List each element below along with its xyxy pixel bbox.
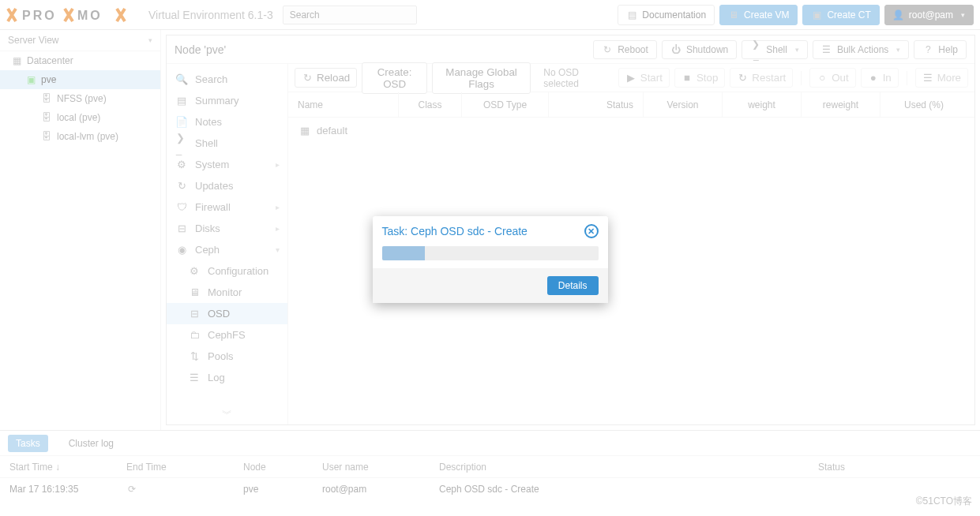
task-dialog: Task: Ceph OSD sdc - Create ✕ Details [373,216,608,303]
dialog-title: Task: Ceph OSD sdc - Create [382,225,528,237]
modal-overlay: Task: Ceph OSD sdc - Create ✕ Details [0,0,980,516]
close-icon[interactable]: ✕ [584,224,599,238]
progress-fill [382,246,426,260]
details-button[interactable]: Details [547,276,599,295]
progress-bar [382,246,599,260]
